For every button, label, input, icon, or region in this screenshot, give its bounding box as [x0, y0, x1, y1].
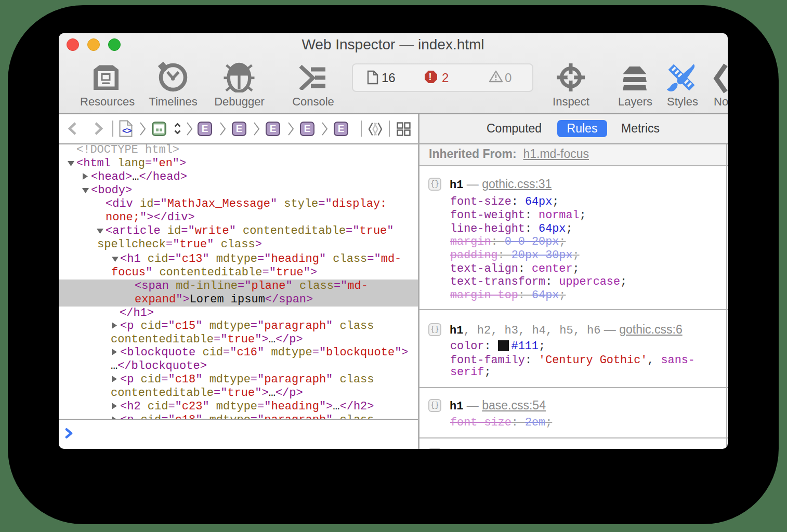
- svg-text:<>: <>: [122, 126, 132, 135]
